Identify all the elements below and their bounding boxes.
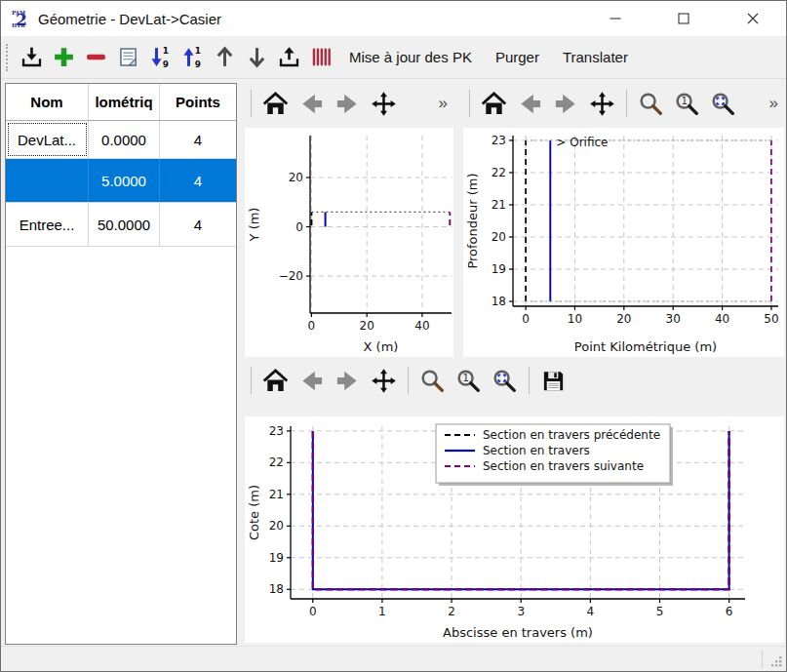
- save-figure-button[interactable]: [535, 363, 571, 398]
- add-button[interactable]: [48, 40, 80, 75]
- toolbar-overflow-button[interactable]: »: [433, 94, 453, 113]
- home-button[interactable]: [257, 363, 294, 398]
- svg-text:20: 20: [360, 319, 374, 333]
- forward-button[interactable]: [330, 86, 366, 121]
- home-icon: [262, 368, 289, 394]
- back-button[interactable]: [512, 86, 548, 121]
- minimize-button[interactable]: [593, 1, 638, 35]
- cell-pk[interactable]: 50.0000: [89, 203, 160, 246]
- purge-button[interactable]: Purger: [484, 40, 551, 75]
- close-button[interactable]: [730, 1, 775, 35]
- zoom-fit-button[interactable]: [705, 86, 741, 121]
- cell-nom[interactable]: Entree...: [6, 203, 89, 246]
- cell-nom[interactable]: [6, 159, 89, 202]
- zoom-fit-button[interactable]: [487, 363, 523, 398]
- table-row[interactable]: DevLat... 0.0000 4: [6, 121, 236, 159]
- sort-descending-icon: [148, 45, 173, 69]
- xy-plot-canvas[interactable]: 02040−20020X (m)Y (m): [245, 128, 453, 357]
- save-icon: [540, 368, 567, 394]
- pan-button[interactable]: [366, 363, 402, 398]
- toolbar-overflow-button[interactable]: »: [764, 94, 784, 113]
- move-down-button[interactable]: [241, 40, 273, 75]
- column-header-kilometrique[interactable]: lométriq: [89, 84, 160, 120]
- home-button[interactable]: [257, 86, 294, 121]
- cell-points[interactable]: 4: [160, 121, 236, 158]
- weir-sections-button[interactable]: [305, 40, 337, 75]
- cell-points[interactable]: 4: [160, 203, 236, 246]
- sort-ascending-button[interactable]: [177, 40, 209, 75]
- svg-text:1: 1: [378, 605, 386, 618]
- zoom-one-icon: [455, 368, 482, 394]
- forward-button[interactable]: [548, 86, 584, 121]
- pan-icon: [371, 368, 397, 394]
- zoom-icon: [638, 91, 664, 117]
- svg-text:Abscisse en travers (m): Abscisse en travers (m): [443, 625, 593, 640]
- remove-button[interactable]: [80, 40, 112, 75]
- maximize-button[interactable]: [661, 1, 706, 35]
- svg-text:19: 19: [269, 551, 284, 565]
- forward-button[interactable]: [330, 363, 366, 398]
- back-button[interactable]: [294, 86, 330, 121]
- pan-button[interactable]: [584, 86, 620, 121]
- svg-text:20: 20: [492, 230, 506, 244]
- toolbar-separator: [408, 367, 409, 394]
- status-bar: [1, 646, 786, 671]
- zoom-fit-icon: [710, 91, 736, 117]
- back-button[interactable]: [294, 363, 330, 398]
- home-icon: [262, 91, 289, 117]
- column-header-points[interactable]: Points: [160, 84, 236, 120]
- weir-sections-icon: [309, 45, 334, 69]
- svg-text:Section en travers suivante: Section en travers suivante: [483, 459, 644, 473]
- xy-plot-toolbar: »: [241, 83, 457, 124]
- close-icon: [747, 13, 759, 24]
- svg-text:40: 40: [715, 312, 729, 326]
- svg-text:23: 23: [269, 424, 284, 438]
- toolbar-drag-handle[interactable]: [6, 44, 9, 71]
- svg-text:5: 5: [656, 605, 664, 618]
- pan-icon: [371, 91, 397, 117]
- pan-icon: [589, 91, 615, 117]
- svg-text:Profondeur (m): Profondeur (m): [465, 173, 480, 268]
- column-header-nom[interactable]: Nom: [6, 84, 89, 120]
- edit-button[interactable]: [112, 40, 144, 75]
- svg-text:> Orifice: > Orifice: [556, 136, 608, 149]
- home-button[interactable]: [476, 86, 512, 121]
- svg-text:18: 18: [269, 582, 284, 596]
- cell-nom[interactable]: DevLat...: [6, 121, 89, 158]
- zoom-one-button[interactable]: [669, 86, 705, 121]
- update-pk-button[interactable]: Mise à jour des PK: [337, 40, 484, 75]
- svg-text:0: 0: [295, 220, 303, 234]
- cross-section-panel: 0123456181920212223Abscisse en travers (…: [241, 360, 787, 645]
- resize-grip[interactable]: [769, 654, 783, 668]
- statusbar-separator: [762, 651, 763, 668]
- translate-button[interactable]: Translater: [551, 40, 640, 75]
- cell-pk[interactable]: 5.0000: [89, 159, 160, 202]
- cell-pk[interactable]: 0.0000: [89, 121, 160, 158]
- sections-table: Nom lométriq Points DevLat... 0.0000 4 5…: [5, 83, 237, 645]
- export-button[interactable]: [273, 40, 305, 75]
- table-row[interactable]: Entree... 50.0000 4: [6, 203, 236, 247]
- svg-text:30: 30: [666, 312, 681, 326]
- svg-text:22: 22: [269, 455, 284, 469]
- sort-descending-button[interactable]: [144, 40, 177, 75]
- cross-section-canvas[interactable]: 0123456181920212223Abscisse en travers (…: [245, 416, 784, 643]
- svg-text:Section en travers: Section en travers: [483, 444, 590, 457]
- svg-text:21: 21: [269, 488, 284, 501]
- main-toolbar: Mise à jour des PK Purger Translater: [1, 36, 786, 79]
- zoom-button[interactable]: [414, 363, 451, 398]
- move-up-button[interactable]: [209, 40, 241, 75]
- svg-text:40: 40: [414, 319, 429, 333]
- import-button[interactable]: [16, 40, 48, 75]
- xy-plot-panel: » 02040−20020X (m)Y (m): [241, 83, 457, 360]
- zoom-button[interactable]: [633, 86, 669, 121]
- svg-text:HYR: HYR: [12, 22, 25, 28]
- edit-icon: [116, 45, 140, 69]
- svg-text:20: 20: [269, 519, 284, 533]
- profile-plot-canvas[interactable]: 01020304050181920212223Point Kilométriqu…: [463, 128, 784, 357]
- table-row-selected[interactable]: 5.0000 4: [6, 159, 236, 203]
- cell-points[interactable]: 4: [160, 159, 236, 202]
- zoom-one-button[interactable]: [451, 363, 487, 398]
- pan-button[interactable]: [366, 86, 402, 121]
- table-header: Nom lométriq Points: [6, 84, 236, 121]
- svg-text:19: 19: [492, 262, 506, 276]
